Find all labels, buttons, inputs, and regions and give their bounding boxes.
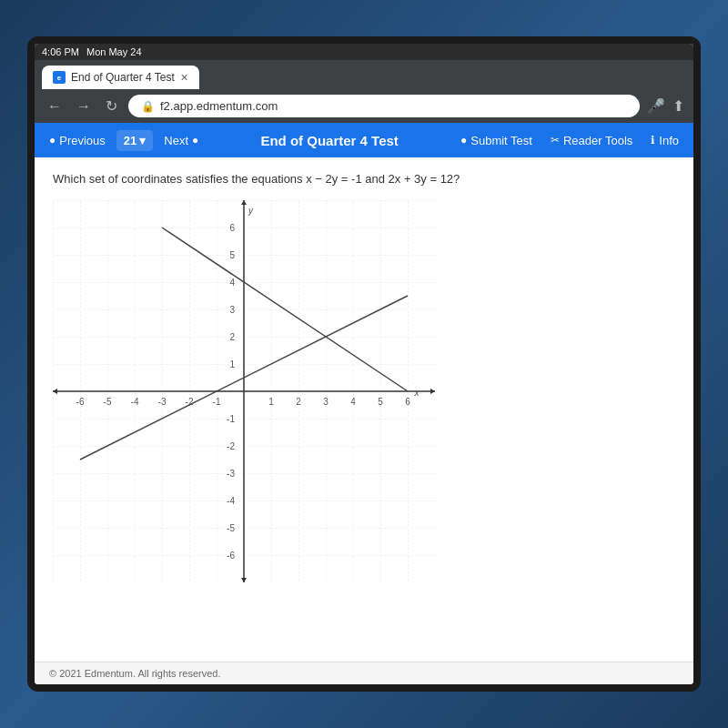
previous-icon: ● [49,134,56,147]
svg-text:2: 2 [296,397,301,407]
svg-text:-4: -4 [227,496,235,506]
svg-text:-5: -5 [104,397,112,407]
active-tab[interactable]: e End of Quarter 4 Test ✕ [42,66,199,89]
svg-text:-6: -6 [227,551,235,561]
lock-icon: 🔒 [141,100,155,113]
svg-text:-1: -1 [213,397,221,407]
next-icon: ● [192,134,198,147]
reload-button[interactable]: ↻ [102,96,121,116]
svg-text:6: 6 [229,223,235,233]
coordinate-graph: -6 -5 -4 -3 -2 -1 1 2 3 4 5 6 x [53,200,435,582]
share-icon[interactable]: ⬆ [672,97,684,115]
svg-text:1: 1 [229,359,235,369]
address-bar[interactable]: 🔒 f2.app.edmentum.com [128,95,640,117]
info-button[interactable]: ℹ Info [643,130,686,151]
tab-bar: e End of Quarter 4 Test ✕ [35,60,693,89]
browser-chrome: e End of Quarter 4 Test ✕ ← → ↻ 🔒 f2.app… [35,60,693,123]
svg-text:-3: -3 [227,469,235,479]
submit-test-button[interactable]: ● Submit Test [453,130,540,151]
svg-text:-6: -6 [76,397,85,407]
reader-icon: ✂ [551,134,560,147]
svg-text:1: 1 [268,397,274,407]
desktop: 4:06 PM Mon May 24 e End of Quarter 4 Te… [0,0,728,728]
submit-icon: ● [460,134,467,147]
url-text: f2.app.edmentum.com [160,99,278,113]
svg-text:-5: -5 [227,523,235,533]
svg-text:-4: -4 [131,397,139,407]
app-toolbar: ● Previous 21 ▾ Next ● End of Quarter 4 … [35,123,693,157]
question-number[interactable]: 21 ▾ [116,130,153,151]
main-content: Which set of coordinates satisfies the e… [35,157,693,662]
graph-container: -6 -5 -4 -3 -2 -1 1 2 3 4 5 6 x [53,200,675,582]
svg-text:4: 4 [229,278,235,288]
screen: 4:06 PM Mon May 24 e End of Quarter 4 Te… [35,44,693,684]
svg-text:4: 4 [350,397,356,407]
laptop-frame: 4:06 PM Mon May 24 e End of Quarter 4 Te… [27,36,701,692]
svg-text:6: 6 [405,397,410,407]
tab-favicon: e [53,71,66,84]
svg-text:3: 3 [229,305,235,315]
browser-actions: 🎤 ⬆ [647,97,684,115]
microphone-icon[interactable]: 🎤 [647,97,665,115]
svg-text:y: y [248,206,254,216]
dropdown-icon: ▾ [139,134,146,147]
address-bar-row: ← → ↻ 🔒 f2.app.edmentum.com 🎤 ⬆ [35,89,693,123]
os-time: 4:06 PM [42,46,79,57]
svg-text:3: 3 [323,397,329,407]
copyright-text: © 2021 Edmentum. All rights reserved. [49,668,220,679]
svg-text:-1: -1 [227,414,235,424]
info-icon: ℹ [651,134,655,147]
reader-tools-button[interactable]: ✂ Reader Tools [543,130,640,151]
os-statusbar: 4:06 PM Mon May 24 [35,44,693,60]
next-button[interactable]: Next ● [157,130,206,151]
previous-button[interactable]: ● Previous [42,130,113,151]
svg-text:2: 2 [229,332,235,342]
back-button[interactable]: ← [44,96,66,116]
svg-text:x: x [414,388,420,398]
svg-text:5: 5 [378,397,383,407]
forward-button[interactable]: → [73,96,95,116]
question-text: Which set of coordinates satisfies the e… [53,172,675,186]
svg-text:-2: -2 [227,441,235,451]
tab-close-button[interactable]: ✕ [180,72,188,84]
footer: © 2021 Edmentum. All rights reserved. [35,662,693,684]
os-date: Mon May 24 [86,46,142,57]
svg-text:5: 5 [229,250,235,260]
svg-text:-3: -3 [158,397,167,407]
tab-title: End of Quarter 4 Test [71,71,175,84]
test-title: End of Quarter 4 Test [209,133,450,148]
